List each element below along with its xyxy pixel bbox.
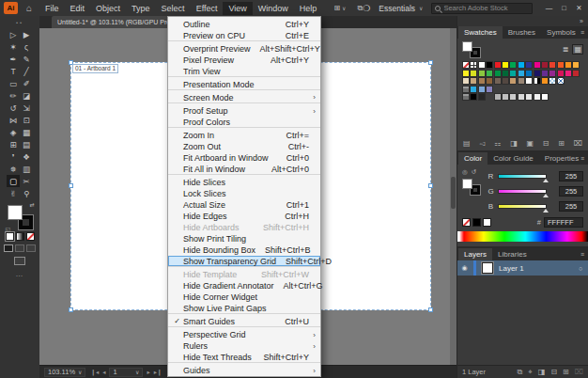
workspace-switcher[interactable]: Essentials ∨	[379, 4, 423, 13]
arrange-documents-icon[interactable]: ⊞ ∨	[333, 4, 346, 12]
direct-selection-tool[interactable]: ▶	[20, 28, 33, 40]
swatch[interactable]	[462, 86, 470, 93]
new-swatch-icon[interactable]: ⊞	[558, 139, 565, 148]
artboard-handle[interactable]	[69, 183, 73, 188]
swap-fill-stroke-icon[interactable]: ↺	[472, 168, 476, 176]
paintbrush-tool[interactable]: ✐	[20, 77, 33, 89]
swatch-themes-icon[interactable]: ◅	[479, 139, 485, 148]
swatch[interactable]	[470, 70, 477, 77]
none-swatch[interactable]	[462, 218, 471, 227]
layer-name[interactable]: Layer 1	[499, 264, 573, 273]
locate-object-icon[interactable]: ⌖	[528, 368, 533, 377]
swatch[interactable]	[572, 70, 580, 77]
show-swatch-kinds-icon[interactable]: ◨	[510, 139, 518, 148]
draw-normal-button[interactable]	[4, 244, 13, 252]
panel-menu-icon[interactable]: ≡	[580, 29, 584, 36]
swatch[interactable]	[509, 70, 517, 77]
swatch[interactable]	[549, 70, 556, 77]
panel-tab[interactable]: Color	[458, 152, 487, 165]
search-input[interactable]	[443, 4, 529, 12]
delete-swatch-icon[interactable]: ⌧	[574, 139, 582, 148]
swatch[interactable]	[557, 61, 565, 69]
screen-mode-button[interactable]	[14, 257, 25, 265]
edit-toolbar-button[interactable]: …	[0, 270, 39, 278]
swatch[interactable]	[462, 77, 470, 85]
swatch[interactable]	[565, 70, 572, 77]
swatch[interactable]	[572, 61, 580, 69]
menu-item[interactable]: Show Live Paint Gaps	[168, 303, 320, 314]
swatch[interactable]	[518, 93, 525, 101]
menu-item[interactable]: Rulers ›	[168, 340, 320, 352]
draw-inside-button[interactable]	[26, 244, 36, 252]
channel-value-field[interactable]: 255	[559, 201, 583, 212]
swatch[interactable]	[470, 86, 477, 93]
hand-tool[interactable]: ✌	[7, 187, 20, 199]
artboard-handle[interactable]	[428, 60, 433, 65]
swatch[interactable]	[486, 77, 493, 85]
layer-row[interactable]: ◉ Layer 1 ○	[457, 260, 588, 276]
panel-tab[interactable]: Libraries	[492, 248, 533, 260]
add-to-library-icon[interactable]: ⚏	[494, 139, 501, 148]
scale-tool[interactable]: ⇲	[20, 102, 33, 114]
rotate-tool[interactable]: ↺	[7, 102, 20, 114]
menu-item[interactable]: Preview on CPU Ctrl+E	[168, 30, 320, 41]
swatch[interactable]	[557, 70, 565, 77]
menu-item[interactable]: Hide Slices	[168, 177, 320, 188]
swatch[interactable]	[518, 70, 525, 77]
collect-for-export-icon[interactable]: ⧉	[518, 368, 523, 377]
white-swatch[interactable]	[483, 218, 491, 227]
gradient-button[interactable]	[16, 232, 24, 241]
menu-item[interactable]: Proof Colors	[168, 117, 320, 128]
swatch[interactable]	[478, 93, 486, 101]
menu-item[interactable]: Perspective Grid ›	[168, 329, 320, 340]
eyedropper-tool[interactable]: ❜	[7, 150, 20, 163]
zoom-level-control[interactable]: 103.11% ∨	[44, 368, 85, 377]
swatch[interactable]	[541, 77, 549, 85]
slider-track[interactable]	[498, 174, 547, 179]
color-button[interactable]	[6, 232, 14, 241]
line-segment-tool[interactable]: ╱	[20, 65, 33, 77]
blend-tool[interactable]: ❖	[20, 150, 33, 163]
default-fill-stroke-icon[interactable]: ◱	[6, 226, 11, 232]
swatch[interactable]	[525, 70, 533, 77]
artboard-tool[interactable]: ▢	[7, 175, 20, 187]
menu-item[interactable]: Hide Corner Widget	[168, 291, 320, 303]
panel-tab[interactable]: Symbols	[541, 26, 581, 39]
swatch[interactable]	[509, 93, 517, 101]
collapse-panels-icon[interactable]: »	[580, 18, 583, 24]
artboard-name-label[interactable]: 01 - Artboard 1	[72, 64, 118, 73]
menu-item[interactable]: Zoom In Ctrl+=	[168, 130, 320, 141]
swatch[interactable]	[478, 77, 486, 85]
panel-tab[interactable]: Layers	[458, 248, 492, 260]
swatch[interactable]	[502, 77, 509, 85]
menu-item[interactable]: Presentation Mode	[168, 79, 320, 90]
layer-target-icon[interactable]: ○	[573, 265, 588, 272]
menu-item[interactable]: Fit Artboard in Window Ctrl+0	[168, 152, 320, 164]
gradient-tool[interactable]: ▤	[20, 138, 33, 150]
shaper-tool[interactable]: ✏	[7, 89, 20, 102]
panel-menu-icon[interactable]: ≡	[580, 251, 584, 258]
swatch[interactable]	[509, 77, 517, 85]
black-swatch[interactable]	[472, 218, 481, 227]
artboard-handle[interactable]	[69, 307, 73, 312]
swatch[interactable]	[518, 61, 525, 69]
last-artboard-button[interactable]: ▸❙	[154, 369, 162, 376]
swatch[interactable]	[541, 61, 549, 69]
close-button[interactable]: ✕	[571, 4, 586, 12]
hex-value-field[interactable]: FFFFFF	[544, 217, 583, 228]
lasso-tool[interactable]: ς	[20, 40, 33, 53]
swatch[interactable]	[470, 77, 477, 85]
layer-thumbnail[interactable]	[482, 262, 493, 274]
channel-value-field[interactable]: 255	[559, 186, 583, 197]
menu-item[interactable]: Hide Edges Ctrl+H	[168, 211, 320, 222]
menubar-item[interactable]: View	[223, 2, 252, 15]
perspective-grid-tool[interactable]: ▦	[20, 126, 33, 138]
panel-tab[interactable]: Swatches	[458, 26, 503, 39]
menu-item[interactable]: Screen Mode ›	[168, 92, 320, 103]
menu-item[interactable]: Hide Bounding Box Shift+Ctrl+B	[168, 244, 320, 256]
menu-item[interactable]: Trim View	[168, 66, 320, 77]
swatch[interactable]	[494, 70, 502, 77]
swatch[interactable]	[494, 93, 502, 101]
swap-fill-stroke-icon[interactable]: ⇄	[29, 201, 34, 208]
swatch[interactable]	[502, 70, 509, 77]
